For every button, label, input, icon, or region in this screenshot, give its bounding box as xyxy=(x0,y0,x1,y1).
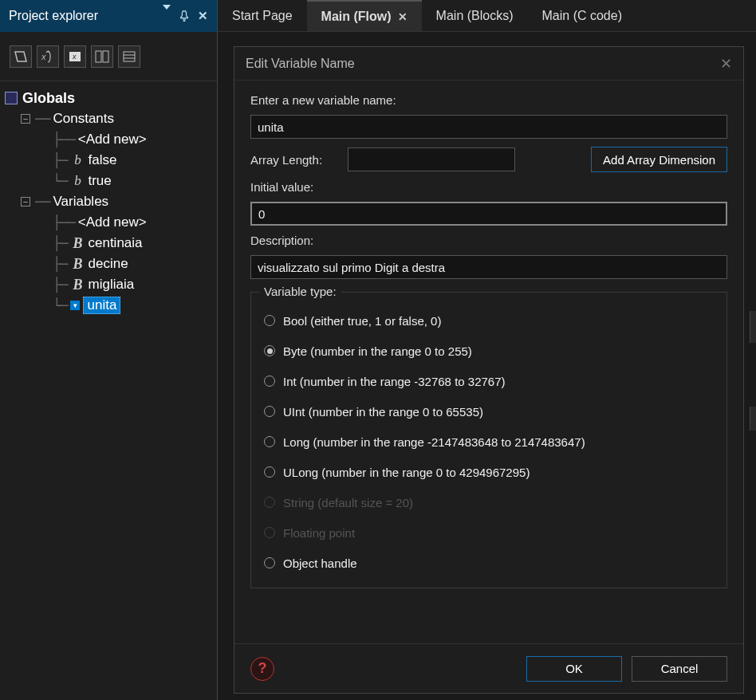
byte-icon: B xyxy=(70,257,85,271)
tree-variables[interactable]: − ── Variables xyxy=(5,191,212,212)
constants-label: Constants xyxy=(53,111,114,127)
cancel-button[interactable]: Cancel xyxy=(632,656,727,682)
panel-title: Project explorer xyxy=(9,9,98,23)
tree-item-label: true xyxy=(88,173,111,189)
globals-label: Globals xyxy=(22,90,75,107)
bool-icon: b xyxy=(70,174,85,188)
description-label: Description: xyxy=(250,234,727,247)
tree-item-selected[interactable]: └─ ▾ unita xyxy=(5,295,212,316)
radio-label: Int (number in the range -32768 to 32767… xyxy=(283,375,506,388)
tree-item-label: false xyxy=(88,152,116,168)
dialog-title-text: Edit Variable Name xyxy=(246,57,355,71)
dialog-titlebar: Edit Variable Name ✕ xyxy=(234,47,743,81)
radio-float: Floating point xyxy=(264,517,714,548)
tab-main-flow[interactable]: Main (Flow) ✕ xyxy=(307,0,422,31)
radio-icon xyxy=(264,315,275,326)
tab-label: Main (C code) xyxy=(542,9,622,23)
tree-globals[interactable]: Globals xyxy=(5,88,212,108)
tab-label: Start Page xyxy=(232,9,293,23)
tab-label: Main (Blocks) xyxy=(436,9,514,23)
initial-value-input[interactable] xyxy=(250,202,727,226)
radio-label: UInt (number in the range 0 to 65535) xyxy=(283,405,483,419)
radio-bool[interactable]: Bool (either true, 1 or false, 0) xyxy=(264,305,714,336)
selected-marker-icon: ▾ xyxy=(70,301,80,310)
radio-label: String (default size = 20) xyxy=(283,496,413,509)
variable-name-input[interactable] xyxy=(250,115,727,139)
explorer-toolbar: x x xyxy=(0,32,217,81)
help-button[interactable]: ? xyxy=(250,657,274,681)
tabs-bar: Start Page Main (Flow) ✕ Main (Blocks) M… xyxy=(218,0,756,32)
dialog-body: Enter a new variable name: Array Length:… xyxy=(234,81,743,643)
radio-long[interactable]: Long (number in the range -2147483648 to… xyxy=(264,427,714,457)
panel-menu-icon[interactable] xyxy=(163,10,171,22)
tree-item[interactable]: ├─ B centinaia xyxy=(5,233,212,254)
radio-icon xyxy=(264,376,275,387)
tab-close-icon[interactable]: ✕ xyxy=(398,10,408,23)
tool-icon-3[interactable]: x xyxy=(64,45,86,68)
variable-type-group: Variable type: Bool (either true, 1 or f… xyxy=(250,292,727,588)
radio-label: Floating point xyxy=(283,526,355,540)
tree-item-label: decine xyxy=(88,256,128,272)
radio-icon xyxy=(264,345,275,356)
tree-item-label: centinaia xyxy=(88,235,142,251)
radio-icon xyxy=(264,406,275,417)
add-new-label: <Add new> xyxy=(78,132,147,147)
tree-item[interactable]: ├─ B migliaia xyxy=(5,274,212,295)
byte-icon: B xyxy=(70,277,85,292)
add-new-label: <Add new> xyxy=(78,214,147,230)
radio-uint[interactable]: UInt (number in the range 0 to 65535) xyxy=(264,396,714,427)
tab-main-blocks[interactable]: Main (Blocks) xyxy=(422,0,528,31)
tab-main-ccode[interactable]: Main (C code) xyxy=(528,0,636,31)
radio-label: Object handle xyxy=(283,556,357,570)
tool-icon-1[interactable] xyxy=(10,45,32,68)
pin-icon[interactable] xyxy=(179,10,190,22)
svg-text:x: x xyxy=(72,53,77,61)
tab-start-page[interactable]: Start Page xyxy=(218,0,307,31)
radio-icon xyxy=(264,557,275,568)
right-edge-sliver xyxy=(750,311,756,343)
radio-int[interactable]: Int (number in the range -32768 to 32767… xyxy=(264,366,714,396)
radio-string: String (default size = 20) xyxy=(264,487,714,517)
svg-rect-3 xyxy=(96,51,101,62)
tree-item-label: unita xyxy=(83,297,120,314)
radio-label: Bool (either true, 1 or false, 0) xyxy=(283,314,441,328)
project-tree: Globals − ── Constants ├── <Add new> ├─ … xyxy=(0,81,217,322)
description-input[interactable] xyxy=(250,255,727,279)
ok-button[interactable]: OK xyxy=(526,656,622,682)
tool-icon-4[interactable] xyxy=(91,45,113,68)
dialog-footer: ? OK Cancel xyxy=(234,643,743,693)
svg-rect-4 xyxy=(103,51,108,62)
radio-object-handle[interactable]: Object handle xyxy=(264,548,714,578)
radio-icon xyxy=(264,466,275,478)
tool-icon-2[interactable]: x xyxy=(37,45,59,68)
tree-item[interactable]: └─ b true xyxy=(5,171,212,191)
collapse-icon[interactable]: − xyxy=(21,197,30,206)
dialog-close-icon[interactable]: ✕ xyxy=(720,55,732,73)
tree-add-constant[interactable]: ├── <Add new> xyxy=(5,129,212,150)
array-length-input[interactable] xyxy=(348,147,515,171)
tree-add-variable[interactable]: ├── <Add new> xyxy=(5,212,212,233)
tree-item-label: migliaia xyxy=(88,277,134,293)
tree-item[interactable]: ├─ B decine xyxy=(5,254,212,274)
svg-rect-5 xyxy=(124,52,135,61)
byte-icon: B xyxy=(70,236,85,250)
initial-value-label: Initial value: xyxy=(250,180,727,194)
variable-type-label: Variable type: xyxy=(259,285,341,298)
collapse-icon[interactable]: − xyxy=(21,114,30,124)
radio-label: Byte (number in the range 0 to 255) xyxy=(283,344,472,358)
array-length-label: Array Length: xyxy=(250,153,338,167)
project-explorer-panel: Project explorer ✕ x x Globals − ── Cons… xyxy=(0,0,218,700)
tool-icon-5[interactable] xyxy=(118,45,140,68)
tab-label: Main (Flow) xyxy=(321,10,392,24)
right-edge-sliver xyxy=(750,407,756,431)
radio-ulong[interactable]: ULong (number in the range 0 to 42949672… xyxy=(264,457,714,487)
add-array-dimension-button[interactable]: Add Array Dimension xyxy=(591,147,727,172)
radio-icon xyxy=(264,497,275,508)
close-panel-icon[interactable]: ✕ xyxy=(198,9,208,23)
radio-byte[interactable]: Byte (number in the range 0 to 255) xyxy=(264,336,714,366)
bool-icon: b xyxy=(70,153,85,167)
globals-icon xyxy=(5,92,18,104)
tree-constants[interactable]: − ── Constants xyxy=(5,108,212,129)
radio-icon xyxy=(264,527,275,538)
tree-item[interactable]: ├─ b false xyxy=(5,150,212,171)
